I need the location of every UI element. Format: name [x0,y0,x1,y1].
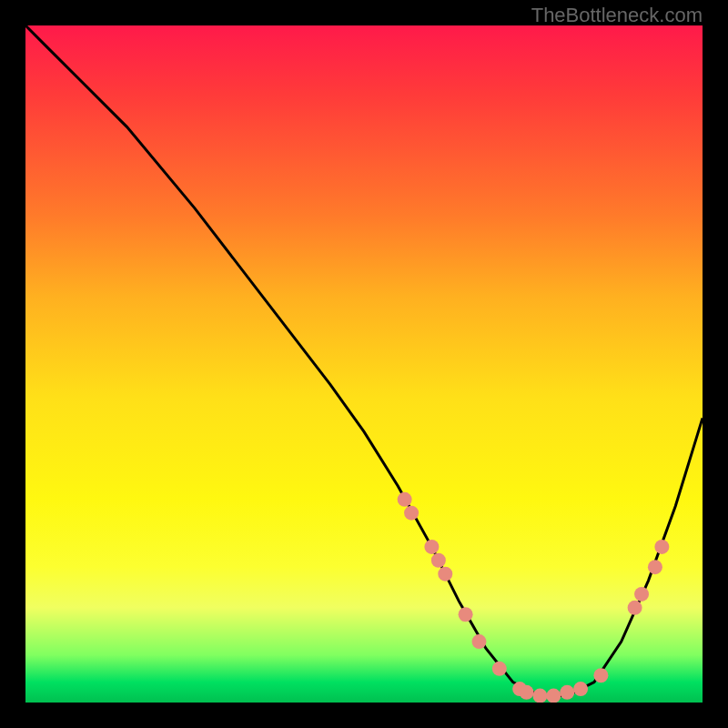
attribution-text: TheBottleneck.com [531,4,703,27]
data-marker [628,601,642,615]
data-marker [532,689,547,703]
data-marker [546,689,561,703]
data-marker [593,668,608,682]
data-marker [560,685,574,700]
chart-svg [25,25,703,703]
data-marker [424,540,439,554]
data-marker [492,662,507,676]
data-marker [648,560,662,574]
data-markers [398,492,670,703]
bottleneck-curve [25,25,703,696]
data-marker [520,685,534,700]
data-marker [398,492,412,507]
data-marker [654,540,669,554]
data-marker [431,553,446,568]
data-marker [634,587,649,602]
data-marker [438,567,452,581]
data-marker [471,634,486,649]
data-marker [404,506,419,521]
data-marker [573,682,588,696]
chart-plot-area [25,25,703,703]
data-marker [459,607,473,622]
